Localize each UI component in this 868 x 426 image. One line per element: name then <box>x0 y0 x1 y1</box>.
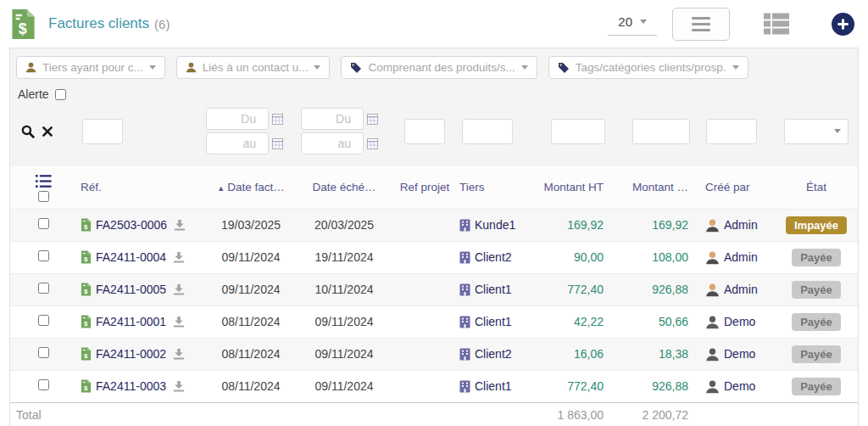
search-date-eche-to-input[interactable] <box>301 132 364 154</box>
invoice-icon: $ <box>81 315 92 328</box>
column-header-date-eche[interactable]: Date éché… <box>298 166 390 209</box>
row-checkbox[interactable] <box>38 218 49 229</box>
filter-client-tags[interactable]: Tags/catégories clients/prosp. <box>548 56 748 79</box>
invoice-list-panel: Tiers ayant pour c... Liés à un contact … <box>9 48 859 426</box>
search-ref-projet-input[interactable] <box>404 119 445 144</box>
montant-ht: 772,40 <box>537 273 610 305</box>
row-checkbox[interactable] <box>38 283 49 294</box>
creator-link[interactable]: Admin <box>724 218 758 232</box>
date-echeance: 09/11/2024 <box>298 305 390 338</box>
tiers-link[interactable]: Client2 <box>475 250 512 264</box>
company-icon <box>459 380 470 393</box>
user-avatar-icon <box>705 250 720 265</box>
ref-projet <box>390 305 459 338</box>
row-checkbox[interactable] <box>38 250 49 261</box>
invoice-ref-link[interactable]: FA2503-0006 <box>96 218 167 232</box>
search-date-fact-to-input[interactable] <box>206 132 269 154</box>
column-header-tiers[interactable]: Tiers <box>459 166 537 209</box>
filter-tiers-category[interactable]: Tiers ayant pour c... <box>16 56 165 79</box>
invoice-ref-link[interactable]: FA2411-0001 <box>96 315 166 328</box>
user-icon <box>186 62 197 73</box>
creator-link[interactable]: Demo <box>724 347 755 361</box>
column-header-etat[interactable]: État <box>775 166 858 209</box>
column-header-ref[interactable]: Réf. <box>76 166 203 209</box>
search-montant-ht-input[interactable] <box>551 119 605 144</box>
select-all-checkbox[interactable] <box>38 191 49 202</box>
invoice-icon: $ <box>81 347 92 361</box>
table-row: $ FA2411-0005 09/11/2024 10/11/2024 <box>10 273 858 305</box>
search-cree-par-input[interactable] <box>706 119 757 144</box>
user-avatar-icon <box>705 379 720 394</box>
download-icon[interactable] <box>174 220 186 231</box>
search-tiers-input[interactable] <box>462 119 513 144</box>
chevron-down-icon <box>521 65 528 70</box>
ref-projet <box>390 370 459 402</box>
montant-ht: 16,06 <box>537 338 610 370</box>
tiers-link[interactable]: Client1 <box>475 379 512 393</box>
clear-search-button[interactable] <box>42 126 53 137</box>
calendar-icon[interactable] <box>272 114 283 125</box>
row-checkbox[interactable] <box>38 315 49 326</box>
download-icon[interactable] <box>173 317 185 328</box>
svg-text:$: $ <box>84 320 88 328</box>
tiers-link[interactable]: Kunde1 <box>475 218 515 232</box>
filter-contact[interactable]: Liés à un contact u... <box>176 56 331 79</box>
creator-link[interactable]: Admin <box>724 283 758 296</box>
calendar-icon[interactable] <box>272 138 283 149</box>
invoice-rows: $ FA2503-0006 19/03/2025 20/03/2025 <box>10 209 858 402</box>
calendar-icon[interactable] <box>367 138 378 149</box>
total-montant-ht: 1 863,00 <box>537 402 610 426</box>
column-header-date-fact[interactable]: ▲Date fact… <box>203 166 298 209</box>
calendar-icon[interactable] <box>367 114 378 125</box>
fields-selector-icon[interactable] <box>36 175 52 188</box>
date-facturation: 09/11/2024 <box>203 241 298 273</box>
creator-link[interactable]: Demo <box>724 315 755 328</box>
sort-asc-icon: ▲ <box>217 184 225 193</box>
tiers-link[interactable]: Client2 <box>475 347 512 361</box>
download-icon[interactable] <box>173 381 185 392</box>
search-date-fact-from-input[interactable] <box>206 108 269 130</box>
download-icon[interactable] <box>173 284 185 295</box>
svg-text:$: $ <box>84 223 88 231</box>
chevron-down-icon <box>314 65 320 70</box>
column-header-ref-projet[interactable]: Ref projet <box>390 166 459 209</box>
table-row: $ FA2411-0002 08/11/2024 09/11/2024 <box>10 338 858 370</box>
invoice-ref-link[interactable]: FA2411-0004 <box>96 250 166 264</box>
page-size-select[interactable]: 20 <box>608 12 657 36</box>
chevron-down-icon <box>732 65 739 70</box>
date-echeance: 19/11/2024 <box>298 241 390 273</box>
page-header: $ Factures clients (6) 20 <box>0 0 868 48</box>
search-ref-input[interactable] <box>82 119 123 144</box>
add-invoice-button[interactable] <box>832 13 854 36</box>
search-button[interactable] <box>21 125 35 138</box>
filter-products-category[interactable]: Comprenant des produits/s... <box>341 56 537 79</box>
search-date-eche-from-input[interactable] <box>301 108 364 130</box>
tiers-link[interactable]: Client1 <box>475 315 512 328</box>
search-etat-select[interactable] <box>784 119 849 144</box>
row-checkbox[interactable] <box>38 379 49 390</box>
row-checkbox[interactable] <box>38 347 49 358</box>
invoice-ref-link[interactable]: FA2411-0005 <box>96 283 166 296</box>
company-icon <box>459 348 470 361</box>
filter-label: Comprenant des produits/s... <box>368 61 515 74</box>
grid-view-button[interactable] <box>764 13 789 35</box>
montant-ht: 169,92 <box>537 209 610 241</box>
user-avatar-icon <box>705 283 720 297</box>
invoice-table: Réf. ▲Date fact… Date éché… Ref projet T… <box>10 103 858 426</box>
company-icon <box>459 316 470 328</box>
column-header-montant-ttc[interactable]: Montant … <box>610 166 695 209</box>
filter-label: Tiers ayant pour c... <box>42 61 143 74</box>
tiers-link[interactable]: Client1 <box>475 283 512 296</box>
creator-link[interactable]: Admin <box>724 250 758 264</box>
column-header-cree-par[interactable]: Créé par <box>695 166 775 209</box>
company-icon <box>459 283 470 296</box>
invoice-ref-link[interactable]: FA2411-0003 <box>96 379 166 393</box>
alert-checkbox[interactable] <box>55 89 66 100</box>
search-montant-ttc-input[interactable] <box>632 119 690 144</box>
column-header-montant-ht[interactable]: Montant HT <box>537 166 610 209</box>
creator-link[interactable]: Demo <box>724 379 755 393</box>
invoice-ref-link[interactable]: FA2411-0002 <box>96 347 166 361</box>
download-icon[interactable] <box>173 252 185 263</box>
download-icon[interactable] <box>173 349 185 360</box>
list-view-button[interactable] <box>672 8 730 41</box>
